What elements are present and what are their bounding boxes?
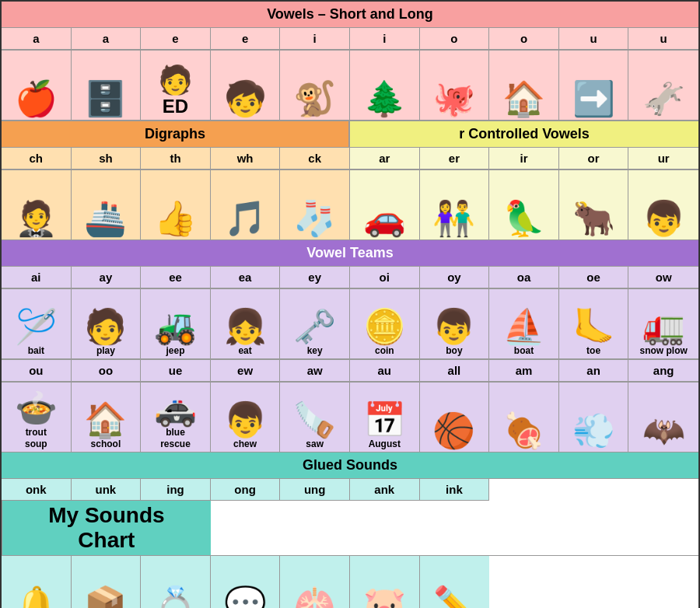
vt2-img-am: 🍖	[489, 383, 559, 453]
vt-ai: ai	[2, 267, 72, 288]
vowel-label-u1: u	[559, 28, 629, 50]
digraph-img-ch: 🤵	[2, 170, 72, 240]
vowel-img-house: 🏠	[489, 51, 559, 121]
digraph-ch: ch	[2, 148, 72, 169]
vt-img-jeep: 🚜 jeep	[141, 289, 211, 359]
vt2-au: au	[350, 360, 420, 382]
glued-img-onk: 🔔	[2, 556, 72, 608]
vt-img-boy: 👦 boy	[420, 289, 490, 359]
vt-img-play: 🧑 play	[72, 289, 142, 359]
vowels-header: Vowels – Short and Long	[2, 2, 698, 27]
digraphs-images-row: 🤵 🚢 👍 🎵 🧦 🚗 👫 🦜 🐂 👦	[2, 169, 698, 240]
glued-labels-row: onk unk ing ong ung ank ink My SoundsCha…	[2, 478, 698, 555]
vt2-ang: ang	[628, 360, 698, 382]
rcontrol-img-or: 🐂	[559, 170, 629, 240]
digraphs-header: Digraphs	[2, 121, 350, 147]
vowelteams2-labels: ou oo ue ew aw au all am an ang	[2, 359, 698, 382]
rcontrol-img-ur: 👦	[628, 170, 698, 240]
vowels-images-row: 🍎 🗄️ 🧑ED 🧒 🐒 🌲 🐙 🏠 ➡️ 🫏	[2, 50, 698, 121]
vt2-aw: aw	[280, 360, 350, 382]
digraph-wh: wh	[211, 148, 281, 169]
vt-oe: oe	[559, 267, 629, 288]
digraph-img-wh: 🎵	[211, 170, 281, 240]
vt-ee: ee	[141, 267, 211, 288]
glued-unk: unk	[72, 479, 142, 501]
glued-img-ank: 🐷	[350, 556, 420, 608]
glued-img-ung: 🫁	[280, 556, 350, 608]
digraph-img-sh: 🚢	[72, 170, 142, 240]
vt-ea: ea	[211, 267, 281, 288]
vowel-label-u2: u	[628, 28, 698, 50]
vt2-ou: ou	[2, 360, 72, 382]
vowel-img-arrow: ➡️	[559, 51, 629, 121]
vowel-img-monkey: 🐒	[280, 51, 350, 121]
vowel-label-i1: i	[280, 28, 350, 50]
vowel-label-a2: a	[72, 28, 142, 50]
vt2-img-troutsoup: 🍲 troutsoup	[2, 383, 72, 453]
glued-images-row: 🔔 📦 💍 💬 🫁 🐷 ✏️	[2, 555, 698, 608]
vowelteams1-images: 🪡 bait 🧑 play 🚜 jeep 👧 eat 🗝️ key 🪙 coin…	[2, 288, 698, 359]
vt2-img-all: 🏀	[420, 383, 490, 453]
vt-ay: ay	[72, 267, 142, 288]
vt-img-toe: 🦶 toe	[559, 289, 629, 359]
rcontrol-er: er	[420, 148, 490, 169]
vt2-img-school: 🏠 school	[72, 383, 142, 453]
vowel-img-boy2: 🧒	[211, 51, 281, 121]
rcontrol-img-ar: 🚗	[350, 170, 420, 240]
glued-ink: ink	[420, 479, 490, 501]
glued-header: Glued Sounds	[2, 453, 698, 478]
digraph-ck: ck	[280, 148, 350, 169]
rcontrol-img-er: 👫	[420, 170, 490, 240]
my-sounds-text: My SoundsChart	[48, 503, 164, 553]
digraphs-labels-row: ch sh th wh ck ar er ir or ur	[2, 147, 698, 169]
split-header: Digraphs r Controlled Vowels	[2, 121, 698, 147]
vt2-all: all	[420, 360, 490, 382]
vowels-labels-row: a a e e i i o o u u	[2, 27, 698, 50]
vowel-label-e2: e	[211, 28, 281, 50]
vt2-img-bluerescue: 🚓 bluerescue	[141, 383, 211, 453]
rcontrol-ir: ir	[489, 148, 559, 169]
digraph-sh: sh	[72, 148, 142, 169]
vowel-img-apple: 🍎	[2, 51, 72, 121]
digraph-img-ck: 🧦	[280, 170, 350, 240]
rcontrol-ur: ur	[628, 148, 698, 169]
vowelteams-header: Vowel Teams	[2, 240, 698, 266]
vowelteams2-images: 🍲 troutsoup 🏠 school 🚓 bluerescue 👦 chew…	[2, 382, 698, 453]
vt-oy: oy	[420, 267, 490, 288]
vt2-img-ang: 🦇	[628, 383, 698, 453]
vowel-label-o2: o	[489, 28, 559, 50]
vt2-am: am	[489, 360, 559, 382]
vowel-img-tree: 🌲	[350, 51, 420, 121]
vt-img-coin: 🪙 coin	[350, 289, 420, 359]
rcontrol-header: r Controlled Vowels	[350, 121, 698, 147]
glued-ank: ank	[350, 479, 420, 501]
vt-ow: ow	[628, 267, 698, 288]
vt2-an: an	[559, 360, 629, 382]
digraph-th: th	[141, 148, 211, 169]
glued-ong: ong	[211, 479, 281, 501]
vt2-img-an: 💨	[559, 383, 629, 453]
vowel-label-i2: i	[350, 28, 420, 50]
vt2-ew: ew	[211, 360, 281, 382]
vt-oi: oi	[350, 267, 420, 288]
vt2-img-august: 📅 August	[350, 383, 420, 453]
vowel-img-boy: 🧑ED	[141, 51, 211, 121]
vt-img-eat: 👧 eat	[211, 289, 281, 359]
vowel-img-octopus: 🐙	[420, 51, 490, 121]
glued-img-unk: 📦	[72, 556, 142, 608]
rcontrol-img-ir: 🦜	[489, 170, 559, 240]
vt-oa: oa	[489, 267, 559, 288]
vt2-img-chew: 👦 chew	[211, 383, 281, 453]
vowel-label-o1: o	[420, 28, 490, 50]
glued-img-ink: ✏️	[420, 556, 490, 608]
glued-ung: ung	[280, 479, 350, 501]
vowel-img-safe: 🗄️	[72, 51, 142, 121]
chart-container: Vowels – Short and Long a a e e i i o o …	[0, 0, 700, 608]
glued-img-ong: 💬	[211, 556, 281, 608]
glued-img-ing: 💍	[141, 556, 211, 608]
vowel-img-donkey: 🫏	[628, 51, 698, 121]
vt2-img-saw: 🪚 saw	[280, 383, 350, 453]
vowelteams1-labels: ai ay ee ea ey oi oy oa oe ow	[2, 266, 698, 288]
vt2-ue: ue	[141, 360, 211, 382]
vowel-label-e1: e	[141, 28, 211, 50]
